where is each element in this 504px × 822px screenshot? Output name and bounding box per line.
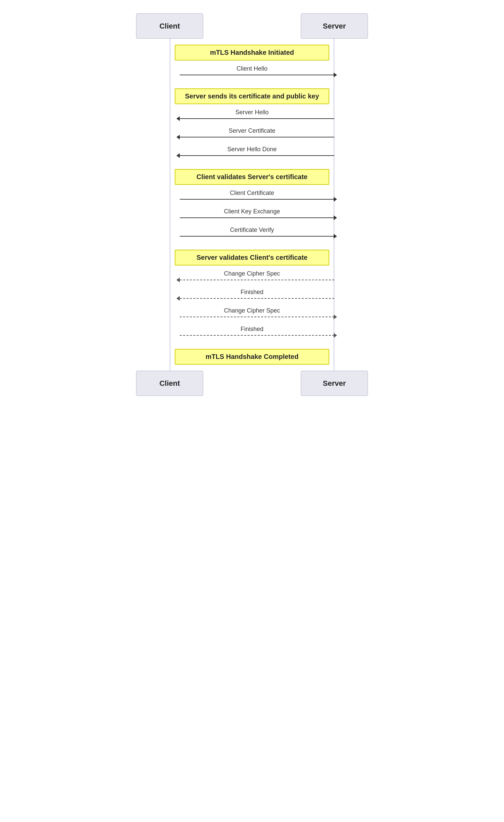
arrow-server-hello-done-head xyxy=(176,153,180,158)
lifeline-area: mTLS Handshake Initiated Client Hello Se… xyxy=(126,39,378,371)
arrow-server-hello: Server Hello xyxy=(136,108,368,126)
arrow-finished-1-head xyxy=(176,296,180,301)
banner-handshake-initiated: mTLS Handshake Initiated xyxy=(175,45,329,60)
arrow-finished-2-head xyxy=(334,333,337,338)
arrow-client-key-exchange-line xyxy=(180,217,334,218)
top-actors-row: Client Server xyxy=(126,13,378,39)
top-client-label: Client xyxy=(159,22,180,31)
arrow-server-hello-label: Server Hello xyxy=(235,109,268,116)
arrow-server-cert-line xyxy=(180,137,334,137)
bottom-client-label: Client xyxy=(159,379,180,388)
arrow-change-cipher-spec-1-line xyxy=(180,280,334,280)
arrow-client-key-exchange-head xyxy=(334,215,337,220)
arrow-change-cipher-spec-1-head xyxy=(176,278,180,282)
arrow-client-hello-line xyxy=(180,75,334,75)
arrow-change-cipher-spec-2: Change Cipher Spec xyxy=(136,306,368,324)
arrow-finished-1: Finished xyxy=(136,287,368,306)
arrow-server-cert-label: Server Certificate xyxy=(228,127,275,134)
arrow-client-cert-head xyxy=(334,197,337,202)
arrow-server-cert-head xyxy=(176,135,180,139)
banner-client-validates: Client validates Server's certificate xyxy=(175,169,329,185)
arrow-client-cert-line xyxy=(180,199,334,200)
top-server-label: Server xyxy=(323,22,346,31)
bottom-server-box: Server xyxy=(301,371,368,396)
banner-server-sends: Server sends its certificate and public … xyxy=(175,88,329,104)
arrow-finished-2-label: Finished xyxy=(241,326,263,333)
arrow-finished-1-label: Finished xyxy=(241,289,263,296)
arrow-change-cipher-spec-1: Change Cipher Spec xyxy=(136,269,368,287)
arrow-cert-verify: Certificate Verify xyxy=(136,225,368,244)
diagram: Client Server mTLS Handshake Initiated C… xyxy=(126,13,378,396)
arrow-server-hello-line xyxy=(180,118,334,119)
top-client-box: Client xyxy=(136,13,203,39)
arrow-change-cipher-spec-2-head xyxy=(334,315,337,319)
arrow-change-cipher-spec-2-label: Change Cipher Spec xyxy=(224,307,280,314)
arrow-client-hello-head xyxy=(334,73,337,77)
arrow-server-hello-done-line xyxy=(180,155,334,156)
arrow-client-cert-label: Client Certificate xyxy=(230,190,274,197)
arrow-server-cert: Server Certificate xyxy=(136,126,368,145)
arrow-finished-2-line xyxy=(180,335,334,336)
top-server-box: Server xyxy=(301,13,368,39)
arrow-change-cipher-spec-1-label: Change Cipher Spec xyxy=(224,270,280,277)
arrow-client-key-exchange: Client Key Exchange xyxy=(136,207,368,225)
arrow-client-cert: Client Certificate xyxy=(136,188,368,207)
arrow-finished-1-line xyxy=(180,298,334,299)
bottom-actors-row: Client Server xyxy=(126,371,378,396)
bottom-server-label: Server xyxy=(323,379,346,388)
bottom-client-box: Client xyxy=(136,371,203,396)
arrow-client-hello: Client Hello xyxy=(136,64,368,82)
arrow-server-hello-done: Server Hello Done xyxy=(136,145,368,163)
arrow-cert-verify-head xyxy=(334,234,337,239)
arrow-change-cipher-spec-2-line xyxy=(180,317,334,317)
arrow-client-hello-label: Client Hello xyxy=(237,65,267,72)
arrow-server-hello-head xyxy=(176,116,180,121)
banner-server-validates: Server validates Client's certificate xyxy=(175,250,329,265)
arrow-server-hello-done-label: Server Hello Done xyxy=(227,146,277,153)
arrow-client-key-exchange-label: Client Key Exchange xyxy=(224,208,280,215)
arrow-cert-verify-label: Certificate Verify xyxy=(230,227,274,234)
arrow-cert-verify-line xyxy=(180,236,334,237)
arrow-finished-2: Finished xyxy=(136,324,368,343)
banner-handshake-completed: mTLS Handshake Completed xyxy=(175,349,329,365)
